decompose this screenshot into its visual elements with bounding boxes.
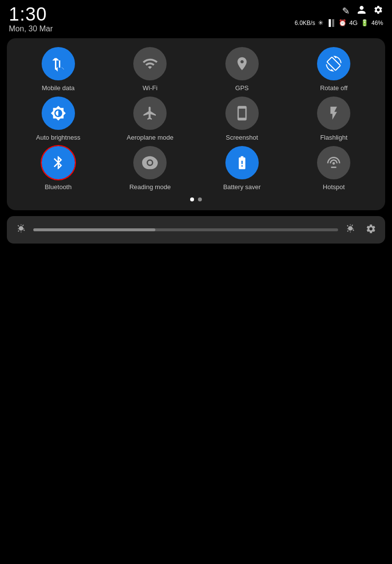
speed-indicator: 6.0KB/s [294, 20, 315, 26]
status-icons: ✎ 6.0KB/s ✳ ▐║ ⏰ 4G 🔋 46% [294, 5, 383, 26]
qs-label-mobile-data: Mobile data [42, 84, 74, 92]
brightness-high-icon [345, 223, 356, 237]
qs-item-wifi[interactable]: Wi-Fi [106, 47, 195, 92]
qs-label-auto-brightness: Auto brightness [36, 134, 80, 141]
status-bar: 1:30 Mon, 30 Mar ✎ 6.0KB/s ✳ ▐║ ⏰ 4G 🔋 4… [0, 0, 392, 36]
settings-brightness-icon[interactable] [366, 223, 376, 236]
qs-item-gps[interactable]: GPS [197, 47, 287, 92]
qs-item-rotate-off[interactable]: Rotate off [290, 47, 379, 92]
date: Mon, 30 Mar [9, 25, 53, 33]
qs-icon-flashlight [317, 97, 350, 130]
battery-icon: 🔋 [361, 19, 368, 26]
network-icon: 4G [349, 19, 358, 26]
qs-label-reading-mode: Reading mode [129, 183, 171, 191]
brightness-slider[interactable] [33, 228, 338, 231]
dot-2 [198, 197, 202, 201]
qs-label-flashlight: Flashlight [320, 134, 347, 141]
qs-icon-aeroplane-mode [133, 97, 167, 130]
svg-point-0 [148, 161, 152, 165]
qs-item-screenshot[interactable]: Screenshot [197, 97, 287, 141]
bottom-status-icons: 6.0KB/s ✳ ▐║ ⏰ 4G 🔋 46% [294, 19, 383, 26]
qs-item-battery-saver[interactable]: Battery saver [197, 146, 287, 191]
time-block: 1:30 Mon, 30 Mar [9, 5, 53, 33]
page-dots [14, 197, 378, 201]
qs-icon-screenshot [225, 97, 259, 130]
qs-item-hotspot[interactable]: Hotspot [290, 146, 379, 191]
qs-icon-bluetooth [42, 146, 75, 179]
qs-label-aeroplane-mode: Aeroplane mode [127, 134, 173, 141]
alarm-icon: ⏰ [339, 19, 346, 26]
qs-label-hotspot: Hotspot [323, 183, 345, 191]
qs-label-wifi: Wi-Fi [143, 84, 157, 92]
qs-icon-auto-brightness [42, 97, 75, 130]
account-icon [357, 5, 367, 17]
qs-label-battery-saver: Battery saver [223, 183, 261, 191]
qs-icon-battery-saver [225, 146, 259, 179]
dot-1 [190, 197, 194, 201]
qs-icon-rotate-off [317, 47, 350, 80]
qs-icon-gps [225, 47, 259, 80]
qs-icon-reading-mode [133, 146, 167, 179]
bluetooth-status-icon: ✳ [318, 19, 323, 26]
qs-item-mobile-data[interactable]: Mobile data [14, 47, 103, 92]
battery-percent: 46% [371, 20, 383, 26]
qs-icon-wifi [133, 47, 167, 80]
signal-icon: ▐║ [326, 19, 335, 26]
qs-item-bluetooth[interactable]: Bluetooth [14, 146, 103, 191]
qs-item-reading-mode[interactable]: Reading mode [106, 146, 195, 191]
settings-icon[interactable] [373, 5, 383, 17]
pencil-icon: ✎ [342, 5, 350, 17]
qs-item-flashlight[interactable]: Flashlight [290, 97, 379, 141]
qs-icon-mobile-data [42, 47, 75, 80]
qs-label-screenshot: Screenshot [226, 134, 258, 141]
clock: 1:30 [9, 5, 53, 24]
brightness-fill [33, 228, 155, 231]
brightness-row[interactable] [7, 216, 385, 244]
qs-item-auto-brightness[interactable]: Auto brightness [14, 97, 103, 141]
qs-icon-hotspot [317, 146, 350, 179]
qs-item-aeroplane-mode[interactable]: Aeroplane mode [106, 97, 195, 141]
top-status-icons: ✎ [342, 5, 383, 17]
quick-settings-panel: Mobile dataWi-FiGPSRotate offAuto bright… [7, 38, 385, 210]
qs-label-bluetooth: Bluetooth [45, 183, 72, 191]
quick-settings-grid: Mobile dataWi-FiGPSRotate offAuto bright… [14, 47, 378, 191]
qs-label-gps: GPS [235, 84, 248, 92]
qs-label-rotate-off: Rotate off [320, 84, 347, 92]
brightness-low-icon [16, 223, 26, 237]
